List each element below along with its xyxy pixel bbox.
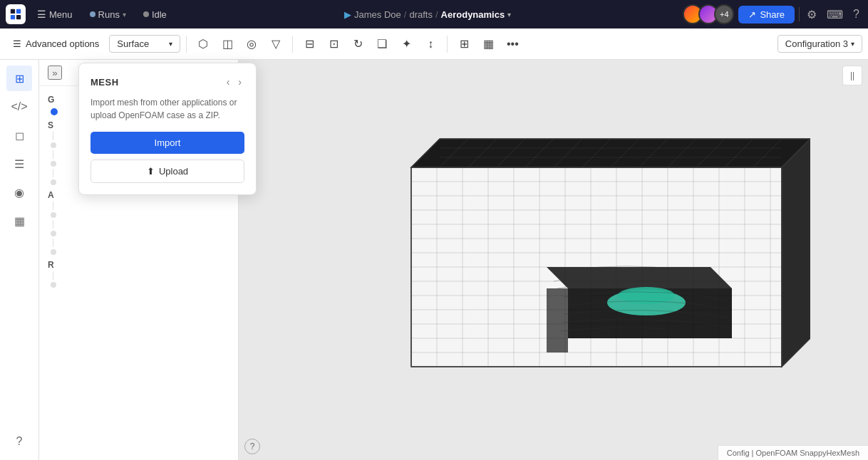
sidebar-help-button[interactable]: ?	[6, 429, 32, 454]
app-logo	[6, 4, 26, 24]
step-r-dot-1[interactable]	[51, 282, 56, 288]
config-chevron: ▾	[851, 40, 854, 48]
viewport-help-button[interactable]: ?	[244, 439, 260, 454]
mesh-description: Import mesh from other applications or u…	[91, 96, 244, 122]
viewport[interactable]: || Config | OpenFOAM SnappyHexMesh ?	[239, 60, 868, 460]
breadcrumb-project[interactable]: Aerodynamics	[441, 9, 505, 20]
svg-marker-5	[782, 139, 810, 367]
panel-toggle-icon: ☰	[13, 38, 21, 49]
svg-rect-1	[16, 9, 21, 14]
toolbar-toggle-icon[interactable]: ⊟	[299, 33, 320, 55]
top-navbar: ☰ Menu Runs ▾ Idle ▶ James Doe / drafts …	[0, 0, 868, 28]
sidebar-analytics-button[interactable]: ◉	[6, 179, 32, 205]
config-label: Configuration 3	[785, 38, 848, 49]
breadcrumb-sep2: /	[435, 9, 438, 20]
status-button[interactable]: Idle	[138, 6, 172, 23]
mesh-prev-button[interactable]: ‹	[224, 75, 233, 89]
avatar-count[interactable]: +4	[714, 4, 734, 24]
mesh-next-button[interactable]: ›	[235, 75, 244, 89]
svg-point-54	[618, 287, 675, 304]
breadcrumb-section[interactable]: drafts	[409, 9, 433, 20]
share-button[interactable]: ↗ Share	[738, 6, 795, 23]
nav-right-area: +4 ↗ Share ⚙ ⌨ ?	[683, 4, 862, 24]
svg-marker-51	[547, 288, 568, 352]
panel-expand-button[interactable]: »	[48, 66, 62, 80]
runs-button[interactable]: Runs ▾	[84, 6, 132, 23]
step-r-line-1	[53, 271, 53, 280]
step-g-dot-1[interactable]	[51, 108, 58, 115]
status-text: Config | OpenFOAM SnappyHexMesh	[727, 449, 859, 457]
sidebar-geometry-button[interactable]: ◻	[6, 122, 32, 148]
toolbar-divider-2	[292, 36, 293, 53]
keyboard-button[interactable]: ⌨	[824, 5, 846, 24]
toolbar-cube-icon[interactable]: ⬡	[192, 33, 214, 55]
avatar-group: +4	[683, 4, 734, 24]
svg-rect-0	[11, 9, 15, 14]
side-panel-toggle-icon: ||	[850, 70, 854, 80]
step-a-line-2	[53, 220, 53, 229]
advanced-options-button[interactable]: ☰ Advanced options	[6, 36, 106, 52]
sidebar-bottom: ?	[6, 429, 32, 454]
toolbar-measure-icon[interactable]: ↕	[420, 33, 441, 55]
toolbar-filter-icon[interactable]: ▽	[265, 33, 286, 55]
breadcrumb: ▶ James Doe / drafts / Aerodynamics ▾	[178, 9, 678, 20]
mesh-popup: MESH ‹ › Import mesh from other applicat…	[78, 63, 257, 195]
step-a-dot-3[interactable]	[51, 249, 56, 255]
toolbar-select-icon[interactable]: ⊡	[323, 33, 344, 55]
toolbar-layout-icon[interactable]: ▦	[477, 33, 499, 55]
toolbar-divider-1	[186, 36, 187, 53]
upload-icon: ⬆	[147, 166, 155, 177]
menu-button[interactable]: ☰ Menu	[31, 6, 78, 23]
secondary-toolbar: ☰ Advanced options Surface ▾ ⬡ ◫ ◎ ▽ ⊟ ⊡…	[0, 28, 868, 60]
step-a-dot-1[interactable]	[51, 212, 56, 218]
share-label: Share	[760, 9, 785, 20]
toolbar-grid-icon[interactable]: ⊞	[453, 33, 475, 55]
advanced-options-label: Advanced options	[26, 38, 99, 49]
import-button[interactable]: Import	[91, 132, 244, 154]
mesh-popup-header: MESH ‹ ›	[91, 75, 244, 89]
step-a-line-3	[53, 239, 53, 247]
step-r-label: R	[45, 257, 232, 271]
runs-dot	[90, 11, 95, 17]
toolbar-transform-icon[interactable]: ✦	[396, 33, 417, 55]
step-s-dot-2[interactable]	[51, 161, 56, 167]
svg-marker-4	[411, 139, 810, 167]
step-s-line-3	[53, 169, 53, 177]
upload-button[interactable]: ⬆ Upload	[91, 160, 244, 183]
svg-marker-50	[547, 267, 732, 288]
side-panel-toggle[interactable]: ||	[842, 66, 862, 85]
breadcrumb-user[interactable]: James Doe	[354, 9, 401, 20]
toolbar-rotate-icon[interactable]: ↻	[347, 33, 368, 55]
toolbar-circle-icon[interactable]: ◎	[241, 33, 262, 55]
sidebar-layers-button[interactable]: ⊞	[6, 66, 32, 91]
viewport-canvas	[239, 60, 868, 460]
step-s-dot-1[interactable]	[51, 142, 56, 148]
settings-button[interactable]: ⚙	[804, 5, 820, 24]
toolbar-face-icon[interactable]: ◫	[217, 33, 238, 55]
breadcrumb-play-icon: ▶	[344, 9, 351, 20]
upload-label: Upload	[159, 166, 188, 177]
step-s-line-1	[53, 132, 53, 140]
sidebar-results-button[interactable]: ☰	[6, 151, 32, 177]
step-a-line-1	[53, 202, 53, 210]
toolbar-snap-icon[interactable]: ❑	[371, 33, 393, 55]
step-a-dot-2[interactable]	[51, 231, 56, 236]
main-area: ⊞ </> ◻ ☰ ◉ ▦ ? » G S A	[0, 60, 868, 460]
mesh-nav: ‹ ›	[224, 75, 244, 89]
config-dropdown[interactable]: Configuration 3 ▾	[777, 35, 862, 53]
step-s-line-2	[53, 150, 53, 159]
toolbar-divider-3	[447, 36, 448, 53]
dropdown-chevron: ▾	[169, 40, 172, 48]
mesh-3d-view	[297, 110, 810, 409]
surface-dropdown[interactable]: Surface ▾	[109, 35, 180, 53]
help-nav-button[interactable]: ?	[850, 5, 862, 23]
sidebar-image-button[interactable]: ▦	[6, 208, 32, 234]
left-sidebar: ⊞ </> ◻ ☰ ◉ ▦ ?	[0, 60, 39, 460]
toolbar-more-icon[interactable]: •••	[502, 33, 523, 55]
step-s-dot-3[interactable]	[51, 179, 56, 185]
status-label: Idle	[152, 9, 167, 20]
status-bar: Config | OpenFOAM SnappyHexMesh	[718, 445, 868, 460]
sidebar-code-button[interactable]: </>	[6, 94, 32, 120]
nav-separator	[799, 7, 800, 21]
breadcrumb-dropdown-icon[interactable]: ▾	[507, 11, 511, 19]
